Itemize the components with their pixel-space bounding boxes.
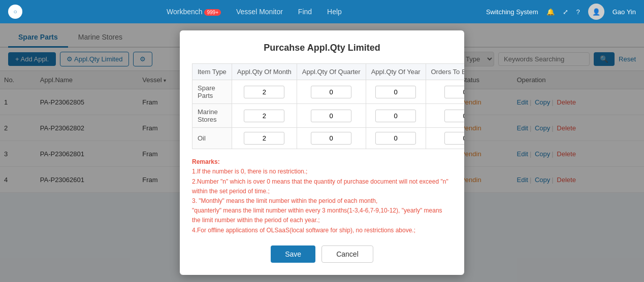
modal-cell-oil-month [232, 128, 297, 149]
nav-workbench[interactable]: Workbench 999+ [167, 8, 221, 16]
input-sp-month[interactable] [244, 86, 284, 98]
modal-row-marine-stores: Marine Stores [192, 104, 465, 128]
modal-cell-sp-year [366, 80, 426, 104]
modal-col-month: Appl.Qty Of Month [232, 64, 297, 80]
nav-find[interactable]: Find [298, 8, 312, 16]
input-oil-quarter[interactable] [311, 132, 351, 145]
app-logo[interactable]: ○ [8, 5, 22, 19]
input-ms-quarter[interactable] [311, 110, 351, 122]
input-oil-month[interactable] [244, 132, 284, 145]
modal-item-marine-stores: Marine Stores [192, 104, 232, 128]
modal-cell-ms-orders [426, 104, 464, 128]
modal-row-oil: Oil [192, 128, 465, 149]
modal-cell-sp-month [232, 80, 297, 104]
modal-footer: Save Cancel [192, 245, 452, 263]
help-circle-icon[interactable]: ? [576, 8, 580, 16]
notification-icon[interactable]: 🔔 [546, 8, 555, 16]
modal-col-item-type: Item Type [192, 64, 232, 80]
input-sp-year[interactable] [375, 86, 416, 98]
content-area: Spare Parts Marine Stores + Add Appl. ⚙ … [0, 23, 644, 282]
input-sp-orders[interactable] [444, 86, 464, 98]
input-ms-year[interactable] [375, 110, 416, 122]
modal-col-quarter: Appl.Qty Of Quarter [297, 64, 366, 80]
input-sp-quarter[interactable] [311, 86, 351, 98]
modal-dialog: Purcahse Appl.Qty Limited Item Type Appl… [180, 30, 464, 275]
input-oil-orders[interactable] [444, 132, 464, 145]
modal-cell-ms-month [232, 104, 297, 128]
modal-cell-ms-quarter [297, 104, 366, 128]
input-ms-orders[interactable] [444, 110, 464, 122]
switching-system-btn[interactable]: Switching System [486, 8, 538, 16]
modal-row-spare-parts: Spare Parts [192, 80, 465, 104]
nav-left: ○ [8, 5, 22, 19]
nav-help[interactable]: Help [327, 8, 342, 16]
top-navigation: ○ Workbench 999+ Vessel Monitor Find Hel… [0, 0, 644, 23]
modal-item-oil: Oil [192, 128, 232, 149]
input-oil-year[interactable] [375, 132, 416, 145]
workbench-badge: 999+ [204, 9, 221, 16]
modal-cell-ms-year [366, 104, 426, 128]
remarks-text: Remarks: 1.If the number is 0, there is … [192, 157, 452, 235]
modal-item-spare-parts: Spare Parts [192, 80, 232, 104]
expand-icon[interactable]: ⤢ [563, 8, 568, 16]
modal-cell-sp-quarter [297, 80, 366, 104]
save-button[interactable]: Save [271, 245, 315, 263]
modal-cell-oil-year [366, 128, 426, 149]
nav-right: Switching System 🔔 ⤢ ? 👤 Gao Yin [486, 4, 636, 20]
modal-overlay: Purcahse Appl.Qty Limited Item Type Appl… [0, 23, 644, 282]
nav-center: Workbench 999+ Vessel Monitor Find Help [22, 8, 486, 16]
modal-col-year: Appl.Qty Of Year [366, 64, 426, 80]
modal-col-orders: Orders To Be Accepted [426, 64, 464, 80]
modal-table: Item Type Appl.Qty Of Month Appl.Qty Of … [192, 63, 464, 149]
modal-cell-sp-orders [426, 80, 464, 104]
modal-cell-oil-orders [426, 128, 464, 149]
modal-cell-oil-quarter [297, 128, 366, 149]
cancel-button[interactable]: Cancel [321, 245, 373, 263]
modal-title: Purcahse Appl.Qty Limited [192, 43, 452, 53]
nav-vessel-monitor[interactable]: Vessel Monitor [236, 8, 283, 16]
user-name: Gao Yin [613, 8, 636, 16]
input-ms-month[interactable] [244, 110, 284, 122]
avatar[interactable]: 👤 [588, 4, 604, 20]
